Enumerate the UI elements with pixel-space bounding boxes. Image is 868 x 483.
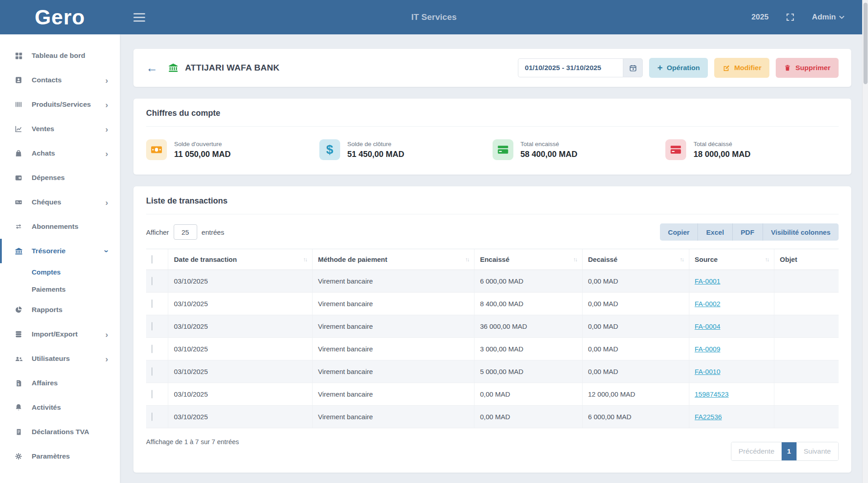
next-page-button[interactable]: Suivante xyxy=(797,442,838,460)
sidebar-item-parametres[interactable]: Paramètres xyxy=(0,444,120,469)
row-checkbox[interactable] xyxy=(152,345,152,353)
sidebar-label: Affaires xyxy=(32,379,58,387)
sidebar-label: Contacts xyxy=(32,76,62,84)
source-link[interactable]: FA-0010 xyxy=(695,368,721,375)
row-checkbox[interactable] xyxy=(152,390,152,398)
page-title: ATTIJARI WAFA BANK xyxy=(185,63,280,73)
receipt-icon xyxy=(14,428,24,436)
hamburger-icon[interactable] xyxy=(133,11,145,24)
user-menu[interactable]: Admin xyxy=(812,13,844,22)
sidebar-sublabel: Comptes xyxy=(32,268,61,276)
sidebar-label: Déclarations TVA xyxy=(32,428,89,436)
chevron-down-icon xyxy=(839,15,844,19)
entries-count-input[interactable] xyxy=(174,224,197,240)
transactions-table: Date de transaction↑↓ Méthode de paiemen… xyxy=(146,249,839,428)
sidebar-label: Tableau de bord xyxy=(32,52,85,60)
repeat-icon xyxy=(14,223,24,231)
account-figures-card: Chiffres du compte Solde d'ouverture 11 … xyxy=(133,99,851,175)
scrollbar-thumb[interactable] xyxy=(863,3,868,84)
column-header-date[interactable]: Date de transaction↑↓ xyxy=(168,249,312,270)
sort-icon: ↑↓ xyxy=(465,256,469,263)
sidebar-subitem-comptes[interactable]: Comptes xyxy=(0,263,120,280)
page-actions: + Opération Modifier Supprimer xyxy=(518,58,839,78)
fullscreen-icon[interactable] xyxy=(786,13,795,22)
sidebar-item-abonnements[interactable]: Abonnements xyxy=(0,214,120,239)
section-title: Liste de transactions xyxy=(146,196,839,214)
sidebar-item-ventes[interactable]: Ventes › xyxy=(0,117,120,141)
table-row: 03/10/2025 Virement bancaire 5 000,00 MA… xyxy=(146,360,839,383)
select-all-checkbox[interactable] xyxy=(152,255,152,264)
row-checkbox[interactable] xyxy=(152,277,152,285)
chevron-expanded-icon: › xyxy=(102,250,111,252)
chevron-right-icon: › xyxy=(105,100,108,109)
entries-info: Affichage de 1 à 7 sur 7 entrées xyxy=(146,438,239,445)
chevron-right-icon: › xyxy=(105,149,108,158)
sidebar-item-tresorerie[interactable]: Trésorerie › xyxy=(0,239,120,263)
calendar-icon xyxy=(629,64,637,72)
barcode-icon xyxy=(14,100,24,109)
sidebar-item-cheques[interactable]: Chéques › xyxy=(0,190,120,214)
card-paid-icon xyxy=(665,139,686,160)
modifier-button[interactable]: Modifier xyxy=(714,58,769,78)
source-link[interactable]: 159874523 xyxy=(695,390,729,398)
sidebar-item-achats[interactable]: Achats › xyxy=(0,141,120,166)
chevron-right-icon: › xyxy=(105,330,108,339)
row-checkbox[interactable] xyxy=(152,412,152,421)
table-row: 03/10/2025 Virement bancaire 0,00 MAD 6 … xyxy=(146,406,839,428)
column-header-method[interactable]: Méthode de paiement↑↓ xyxy=(312,249,474,270)
calendar-button[interactable] xyxy=(623,58,643,77)
sidebar-item-depenses[interactable]: Dépenses xyxy=(0,166,120,190)
wallet-icon xyxy=(14,174,24,182)
row-checkbox[interactable] xyxy=(152,322,152,331)
row-checkbox[interactable] xyxy=(152,367,152,376)
sidebar-label: Utilisateurs xyxy=(32,355,70,363)
column-header-source[interactable]: Source↑↓ xyxy=(689,249,774,270)
sidebar-subitem-paiements[interactable]: Paiements xyxy=(0,280,120,298)
app-logo[interactable]: Gero xyxy=(0,5,120,29)
page-scrollbar[interactable] xyxy=(862,0,868,483)
previous-page-button[interactable]: Précédente xyxy=(731,442,782,460)
date-range-input[interactable] xyxy=(518,58,623,77)
source-link[interactable]: FA-0002 xyxy=(695,300,721,308)
column-visibility-button[interactable]: Visibilité colonnes xyxy=(763,223,839,241)
fiscal-year[interactable]: 2025 xyxy=(751,13,768,22)
pdf-button[interactable]: PDF xyxy=(733,223,763,241)
sidebar-item-tableau-de-bord[interactable]: Tableau de bord xyxy=(0,43,120,68)
column-header-encaisse[interactable]: Encaissé↑↓ xyxy=(474,249,583,270)
source-link[interactable]: FA22536 xyxy=(695,413,722,421)
sidebar-item-rapports[interactable]: Rapports xyxy=(0,298,120,322)
card-received-icon xyxy=(493,139,513,160)
sidebar-item-contacts[interactable]: Contacts › xyxy=(0,68,120,92)
sidebar-sublabel: Paiements xyxy=(32,285,66,293)
trash-icon xyxy=(784,64,791,71)
column-header-objet: Objet xyxy=(774,249,839,270)
operation-button[interactable]: + Opération xyxy=(649,58,708,78)
dollar-icon: $ xyxy=(319,139,340,160)
excel-button[interactable]: Excel xyxy=(698,223,732,241)
sidebar-label: Rapports xyxy=(32,306,62,314)
document-dollar-icon: $ xyxy=(14,379,24,387)
back-button[interactable]: ← xyxy=(146,62,158,74)
current-page-button[interactable]: 1 xyxy=(782,442,797,460)
sidebar-item-activites[interactable]: Activités xyxy=(0,395,120,420)
export-buttons: Copier Excel PDF Visibilité colonnes xyxy=(660,223,839,241)
column-header-decaisse[interactable]: Decaissé↑↓ xyxy=(583,249,689,270)
banknote-icon xyxy=(146,139,167,160)
row-checkbox[interactable] xyxy=(152,299,152,308)
supprimer-button[interactable]: Supprimer xyxy=(776,58,839,78)
copy-button[interactable]: Copier xyxy=(660,223,698,241)
source-link[interactable]: FA-0004 xyxy=(695,322,721,330)
sidebar: Tableau de bord Contacts › Produits/Serv… xyxy=(0,34,120,483)
sidebar-item-declarations-tva[interactable]: Déclarations TVA xyxy=(0,420,120,444)
source-link[interactable]: FA-0001 xyxy=(695,277,721,285)
table-footer: Affichage de 1 à 7 sur 7 entrées Précéde… xyxy=(146,435,839,461)
sidebar-item-utilisateurs[interactable]: Utilisateurs › xyxy=(0,346,120,371)
source-link[interactable]: FA-0009 xyxy=(695,345,721,353)
dashboard-icon xyxy=(14,52,24,60)
date-range-control xyxy=(518,58,643,77)
stat-solde-cloture: $ Solde de clôture 51 450,00 MAD xyxy=(319,139,493,160)
sidebar-item-import-export[interactable]: Import/Export › xyxy=(0,322,120,346)
sidebar-item-affaires[interactable]: $ Affaires xyxy=(0,371,120,395)
sidebar-item-produits-services[interactable]: Produits/Services › xyxy=(0,92,120,117)
sidebar-label: Trésorerie xyxy=(32,247,66,255)
